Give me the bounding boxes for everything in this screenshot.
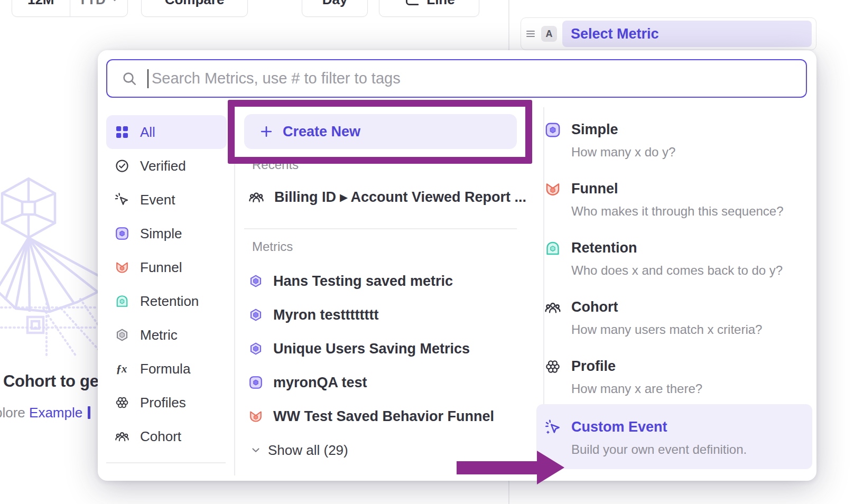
- profiles-icon: [544, 358, 562, 378]
- sidebar-item-retention[interactable]: Retention: [106, 284, 227, 318]
- text-cursor: [147, 69, 148, 88]
- custom-event-icon: [544, 418, 562, 438]
- create-new-button[interactable]: Create New: [244, 114, 517, 149]
- select-metric-button[interactable]: Select Metric: [562, 21, 812, 47]
- type-profile[interactable]: Profile How many x are there?: [536, 357, 812, 409]
- retention-icon: [544, 239, 562, 259]
- app-screen: 12M YTD Compare Day Line A Select Metric: [0, 0, 854, 504]
- range-12m-label: 12M: [27, 0, 54, 8]
- metric-list-item[interactable]: WW Test Saved Behavior Funnel: [248, 406, 494, 427]
- verified-icon: [114, 158, 130, 174]
- recent-item[interactable]: Billing ID ▸ Account Viewed Report ...: [248, 186, 526, 208]
- grid-icon: [114, 124, 130, 140]
- sidebar-item-label: Retention: [140, 293, 199, 310]
- retention-icon: [114, 293, 130, 309]
- sidebar-item-all[interactable]: All: [106, 115, 227, 149]
- type-title: Retention: [571, 239, 637, 257]
- sidebar-item-cohort[interactable]: Cohort: [106, 419, 227, 453]
- sidebar-item-verified[interactable]: Verified: [106, 149, 227, 183]
- search-icon: [121, 70, 138, 87]
- sidebar-item-label: All: [140, 124, 155, 141]
- metrics-heading: Metrics: [252, 239, 293, 254]
- empty-state-headline: Cohort to ge: [3, 372, 99, 391]
- type-title: Cohort: [571, 298, 618, 316]
- chevron-down-icon: [110, 0, 119, 4]
- profiles-icon: [114, 395, 130, 410]
- sidebar-item-label: Event: [140, 192, 175, 208]
- type-description: Who makes it through this sequence?: [571, 204, 784, 219]
- type-description: How many x are there?: [571, 381, 702, 396]
- event-icon: [114, 192, 130, 208]
- range-ytd-button[interactable]: YTD: [70, 0, 128, 16]
- line-chart-icon: [403, 0, 419, 7]
- type-description: How many users match x criteria?: [571, 322, 762, 337]
- empty-state-explore: plore Example: [0, 405, 90, 421]
- clipped-letter: [88, 406, 90, 419]
- date-range-group: 12M YTD: [12, 0, 128, 17]
- select-metric-modal: Search Metrics, use # to filter to tags …: [98, 50, 816, 481]
- funnel-icon: [114, 259, 130, 275]
- type-funnel[interactable]: Funnel Who makes it through this sequenc…: [536, 180, 812, 231]
- sidebar-item-label: Metric: [140, 327, 178, 343]
- chevron-down-icon: [250, 444, 262, 456]
- sidebar-item-partial[interactable]: [106, 470, 227, 481]
- interval-day-button[interactable]: Day: [302, 0, 368, 17]
- cohort-icon: [544, 298, 562, 319]
- metric-item-label: WW Test Saved Behavior Funnel: [273, 408, 494, 425]
- metric-icon: [248, 307, 264, 323]
- type-description: Who does x and comes back to do y?: [571, 263, 783, 278]
- metric-icon: [248, 341, 264, 357]
- search-placeholder: Search Metrics, use # to filter to tags: [152, 70, 401, 87]
- sidebar-item-label: Verified: [140, 158, 186, 174]
- line-label: Line: [426, 0, 454, 8]
- metric-list-item[interactable]: Unique Users Saving Metrics: [248, 338, 470, 359]
- type-title: Simple: [571, 120, 618, 138]
- formula-icon: ƒx: [114, 361, 130, 377]
- sidebar-item-event[interactable]: Event: [106, 183, 227, 217]
- metric-item-label: Myron testttttttt: [273, 307, 378, 323]
- metric-list-item[interactable]: Myron testttttttt: [248, 304, 378, 325]
- type-custom-event[interactable]: Custom Event Build your own event defini…: [536, 404, 812, 469]
- type-cohort[interactable]: Cohort How many users match x criteria?: [536, 298, 812, 350]
- search-input[interactable]: Search Metrics, use # to filter to tags: [106, 59, 807, 98]
- metric-item-label: Hans Testing saved metric: [273, 273, 453, 290]
- metric-list-item[interactable]: myronQA test: [248, 372, 367, 393]
- show-all-label: Show all (29): [268, 442, 348, 459]
- show-all-button[interactable]: Show all (29): [250, 442, 348, 459]
- day-label: Day: [322, 0, 348, 8]
- create-new-label: Create New: [283, 124, 360, 140]
- explore-prefix: plore: [0, 405, 29, 421]
- funnel-icon: [248, 408, 264, 424]
- metric-list-item[interactable]: Hans Testing saved metric: [248, 270, 453, 292]
- sidebar-item-funnel[interactable]: Funnel: [106, 250, 227, 284]
- sidebar-item-simple[interactable]: Simple: [106, 217, 227, 250]
- simple-icon: [544, 121, 562, 141]
- recents-metrics-divider: [244, 228, 517, 229]
- sidebar-item-formula[interactable]: ƒx Formula: [106, 352, 227, 386]
- cohort-icon: [248, 189, 265, 206]
- cohort-icon: [114, 428, 130, 444]
- sidebar-item-label: Cohort: [140, 428, 181, 445]
- type-retention[interactable]: Retention Who does x and comes back to d…: [536, 239, 812, 291]
- sidebar-section-divider: [106, 462, 226, 463]
- sidebar-item-label: Profiles: [140, 395, 186, 411]
- recents-heading: Recents: [252, 157, 299, 172]
- range-ytd-label: YTD: [78, 0, 106, 8]
- sidebar-item-metric[interactable]: Metric: [106, 318, 227, 352]
- metric-item-label: Unique Users Saving Metrics: [273, 341, 470, 357]
- type-title: Funnel: [571, 180, 618, 198]
- example-link[interactable]: Example: [29, 405, 82, 421]
- sidebar-item-label: Simple: [140, 226, 182, 242]
- plus-icon: [259, 124, 274, 139]
- funnel-icon: [544, 180, 562, 200]
- range-12m-button[interactable]: 12M: [12, 0, 70, 16]
- type-simple[interactable]: Simple How many x do y?: [536, 120, 812, 172]
- type-title: Profile: [571, 357, 616, 375]
- drag-handle-icon[interactable]: [525, 28, 536, 40]
- chart-type-line-button[interactable]: Line: [379, 0, 479, 17]
- compare-label: Compare: [165, 0, 225, 8]
- sidebar-item-profiles[interactable]: Profiles: [106, 386, 227, 419]
- sidebar-item-label: Funnel: [140, 259, 182, 276]
- compare-button[interactable]: Compare: [141, 0, 248, 17]
- recent-item-label: Billing ID ▸ Account Viewed Report ...: [274, 189, 526, 206]
